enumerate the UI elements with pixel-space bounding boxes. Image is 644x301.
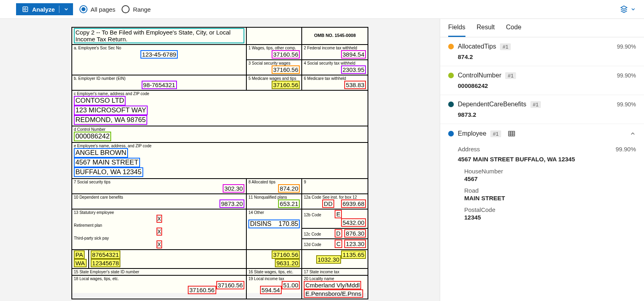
field-allocated-tips[interactable]: AllocatedTips #1 99.90% 874.2 [440, 37, 644, 66]
subfield-house[interactable]: HouseNumber 4567 [440, 165, 644, 185]
box2-label: 2 Federal income tax withheld [304, 46, 357, 50]
field-employee[interactable]: Employee #1 [440, 124, 644, 143]
employee-line1: ANGEL BROWN [74, 148, 128, 158]
box5-label: 5 Medicare wages and tips [248, 76, 296, 81]
field-name: ControlNumber [458, 72, 501, 79]
box4-label: 4 Social security tax withheld [304, 61, 355, 65]
state1-id: 87654321 [91, 250, 121, 259]
field-name: DependentCareBenefits [458, 101, 526, 108]
lt1: 51.00 [282, 281, 300, 289]
box-a-label: a. Employee's Soc Sec No [74, 46, 121, 50]
toolbar: Analyze All pages Range [0, 0, 644, 19]
tab-fields[interactable]: Fields [448, 19, 465, 37]
field-color-dot [448, 102, 454, 107]
subfield-address[interactable]: Address 99.90% [440, 143, 644, 156]
copy-note: Copy 2 -- To Be Filed with Employee's St… [74, 28, 244, 43]
box-c-label: c Employer's name, address and ZIP code [74, 92, 149, 96]
sub-value: 4567 [464, 175, 636, 182]
field-color-dot [448, 131, 454, 136]
sub-value: 12345 [464, 214, 636, 221]
range-label: Range [133, 6, 150, 13]
box10-label: 10 Dependent care benefits [74, 195, 123, 199]
box12c-code: D [335, 229, 342, 238]
box10-val: 9873.20 [219, 199, 244, 208]
field-color-dot [448, 44, 454, 49]
field-confidence: 99.90% [617, 72, 636, 79]
ein: 98-7654321 [142, 81, 177, 89]
box7-val: 302.30 [223, 184, 244, 193]
box4-val: 2303.95 [341, 65, 366, 74]
box12d-code: C [335, 240, 342, 248]
tab-code[interactable]: Code [506, 19, 521, 37]
document-viewer[interactable]: Copy 2 -- To Be Filed with Employee's St… [0, 19, 440, 301]
w2-form: Copy 2 -- To Be Filed with Employee's St… [71, 27, 368, 293]
sub-label: Address [458, 146, 480, 153]
checkbox-x: X [156, 240, 162, 248]
analyze-button[interactable]: Analyze [16, 3, 73, 15]
field-value: 9873.2 [458, 111, 636, 118]
field-color-dot [448, 73, 454, 78]
box12a-code: DD [322, 199, 334, 208]
range-radio[interactable]: Range [122, 5, 150, 13]
fields-list[interactable]: AllocatedTips #1 99.90% 874.2 ControlNum… [440, 37, 644, 301]
radio-icon [79, 5, 87, 13]
allpages-radio[interactable]: All pages [79, 5, 116, 13]
field-value: 874.2 [458, 53, 636, 60]
employer-line1: CONTOSO LTD [74, 96, 126, 106]
field-control-number[interactable]: ControlNumber #1 99.90% 000086242 [440, 66, 644, 95]
field-name: Employee [458, 130, 486, 137]
employee-line3: BUFFALO, WA 12345 [74, 167, 143, 177]
subfield-road[interactable]: Road MAIN STREET [440, 185, 644, 204]
box-b-label: b. Employer ID number (EIN) [74, 76, 126, 81]
sickpay-label: Third-party sick pay [74, 236, 109, 240]
field-badge: #1 [530, 101, 541, 108]
box9-label: 9 [304, 180, 306, 184]
box17-label: 17 State income tax [304, 270, 339, 274]
box6-label: 6 Medicare tax withheld [304, 76, 346, 81]
control-number: 000086242 [74, 132, 111, 141]
chevron-up-icon[interactable] [630, 130, 636, 137]
box3-label: 3 Social security wages [248, 61, 291, 65]
employer-line3: REDMOND, WA 98765 [74, 115, 147, 125]
layers-icon [620, 5, 628, 13]
box19-label: 19 Local income tax [248, 277, 284, 281]
analyze-icon [22, 6, 29, 13]
sub-value: MAIN STREET [464, 195, 636, 201]
omb: OMB NO. 1545-0008 [314, 33, 356, 38]
state1: PA [74, 250, 85, 259]
box-d-label: d Control Number [74, 127, 106, 132]
state-wage1: 37160.56 [272, 250, 300, 259]
box16-label: 16 State wages, tips, etc. [248, 270, 293, 274]
box14-val: DISINS 170.85 [248, 220, 300, 228]
sub-label: HouseNumber [464, 168, 636, 175]
box8-label: 8 Allocated tips [248, 180, 275, 184]
checkbox-x: X [156, 215, 162, 223]
layers-button[interactable] [620, 5, 636, 13]
analyze-label: Analyze [32, 6, 55, 13]
tab-result[interactable]: Result [477, 19, 495, 37]
subfield-address-val: 4567 MAIN STREET BUFFALO, WA 12345 [440, 156, 644, 165]
box15-label: 15 State Employer's state ID number [74, 270, 139, 274]
field-name: AllocatedTips [458, 43, 496, 50]
state-tax2: 1032.30 [316, 255, 341, 264]
subfield-postal[interactable]: PostalCode 12345 [440, 204, 644, 223]
state2: WA [74, 259, 87, 267]
box12d-val: 123.30 [344, 240, 366, 248]
sub-confidence: 99.90% [616, 146, 636, 153]
field-dependent-care[interactable]: DependentCareBenefits #1 99.90% 9873.2 [440, 95, 644, 124]
sub-label: Road [464, 187, 636, 194]
loc2: E.Pennsboro/E.Pnns [304, 289, 363, 298]
state2-id: 12345678 [91, 259, 121, 267]
lt2: 594.54 [260, 286, 282, 294]
box11-val: 653.21 [278, 199, 300, 208]
box7-label: 7 Social security tips [74, 180, 110, 184]
box18-label: 18 Local wages, tips, etc. [74, 277, 119, 281]
box-e-label: e Employee's name, address, and ZIP code [74, 144, 152, 148]
field-badge: #1 [500, 43, 510, 50]
field-badge: #1 [505, 72, 516, 79]
svg-rect-1 [508, 131, 514, 136]
box12d-label: 12d Code [304, 242, 321, 247]
chevron-down-icon[interactable] [63, 6, 69, 12]
field-badge: #1 [490, 130, 501, 137]
checkbox-x: X [156, 228, 162, 236]
